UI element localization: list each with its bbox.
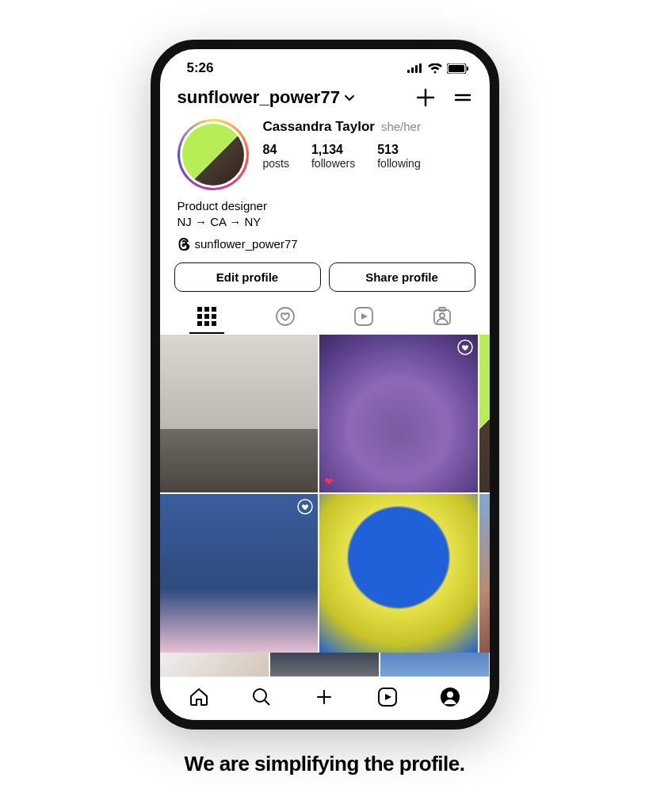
bio-line-2: NJ → CA → NY [178, 214, 472, 230]
create-post-icon[interactable] [415, 87, 436, 108]
posts-stat[interactable]: 84 posts [263, 143, 289, 170]
reels-icon [353, 306, 374, 327]
svg-rect-7 [197, 307, 202, 312]
svg-point-23 [254, 689, 266, 702]
svg-rect-1 [411, 67, 414, 73]
nav-search-icon[interactable] [251, 687, 272, 707]
svg-rect-12 [212, 314, 216, 319]
following-stat[interactable]: 513 following [377, 143, 420, 170]
threads-icon [178, 237, 190, 251]
svg-rect-5 [449, 65, 464, 72]
post-thumbnail[interactable]: ❤ [319, 335, 478, 493]
following-label: following [377, 157, 420, 170]
marketing-caption: We are simplifying the profile. [185, 752, 465, 776]
pronouns: she/her [381, 120, 421, 133]
bio-line-1: Product designer [178, 198, 472, 214]
feed-badge-icon [457, 339, 473, 355]
followers-count: 1,134 [311, 143, 355, 157]
username-label: sunflower_power77 [178, 87, 340, 108]
post-thumbnail[interactable] [319, 494, 478, 653]
wifi-icon [428, 63, 442, 74]
cellular-icon [407, 63, 423, 73]
svg-rect-9 [212, 307, 216, 312]
bio: Product designer NJ → CA → NY [160, 190, 490, 231]
bottom-nav [160, 676, 490, 720]
chevron-down-icon [343, 91, 356, 104]
nav-create-icon[interactable] [314, 687, 334, 707]
svg-rect-13 [197, 321, 202, 326]
posts-grid: ❤ [160, 335, 490, 653]
svg-rect-19 [439, 308, 445, 311]
threads-link[interactable]: sunflower_power77 [160, 231, 490, 251]
post-thumbnail[interactable] [479, 494, 490, 653]
svg-rect-0 [407, 70, 410, 73]
phone-frame: 5:26 sunflower_power77 Cassandra Taylor … [151, 40, 499, 730]
svg-rect-10 [197, 314, 202, 319]
post-thumbnail[interactable] [160, 494, 319, 653]
feed-badge-icon [297, 499, 313, 515]
post-thumbnail[interactable] [160, 335, 319, 493]
avatar [182, 124, 244, 186]
battery-icon [447, 63, 469, 74]
clock-label: 5:26 [187, 60, 214, 76]
menu-icon[interactable] [453, 88, 472, 107]
posts-grid-partial [160, 653, 490, 676]
svg-point-26 [447, 691, 453, 698]
username-switcher[interactable]: sunflower_power77 [178, 87, 356, 108]
posts-count: 84 [263, 143, 289, 157]
followers-stat[interactable]: 1,134 followers [311, 143, 355, 170]
feed-heart-icon [275, 306, 296, 327]
threads-handle: sunflower_power77 [195, 237, 298, 251]
post-thumbnail[interactable] [270, 653, 379, 676]
svg-rect-8 [204, 307, 209, 312]
nav-reels-icon[interactable] [377, 687, 398, 707]
profile-header: sunflower_power77 [160, 81, 490, 111]
post-thumbnail[interactable] [479, 335, 490, 493]
content-tabs [160, 292, 490, 335]
posts-label: posts [263, 157, 289, 170]
post-thumbnail[interactable] [160, 653, 269, 676]
following-count: 513 [377, 143, 420, 157]
tab-feed[interactable] [273, 306, 298, 335]
followers-label: followers [311, 157, 355, 170]
svg-rect-11 [204, 314, 209, 319]
post-thumbnail[interactable] [380, 653, 489, 676]
profile-info: Cassandra Taylor she/her 84 posts 1,134 … [160, 111, 490, 190]
edit-profile-button[interactable]: Edit profile [174, 262, 321, 292]
share-profile-button[interactable]: Share profile [329, 262, 475, 292]
tab-reels[interactable] [351, 306, 376, 335]
grid-icon [197, 307, 216, 326]
svg-rect-6 [467, 67, 468, 71]
svg-rect-14 [204, 321, 209, 326]
display-name: Cassandra Taylor [263, 119, 375, 135]
svg-point-20 [440, 313, 445, 318]
svg-point-16 [277, 308, 294, 325]
nav-home-icon[interactable] [189, 687, 209, 707]
tagged-icon [432, 306, 452, 327]
heart-icon: ❤ [324, 475, 334, 488]
story-ring[interactable] [178, 119, 249, 190]
status-icons [407, 63, 469, 74]
status-bar: 5:26 [160, 49, 490, 81]
tab-grid[interactable] [194, 307, 220, 334]
nav-profile-icon[interactable] [440, 687, 460, 707]
tab-tagged[interactable] [429, 306, 455, 335]
svg-rect-3 [419, 63, 422, 73]
svg-rect-2 [415, 65, 418, 73]
svg-rect-15 [212, 321, 216, 326]
